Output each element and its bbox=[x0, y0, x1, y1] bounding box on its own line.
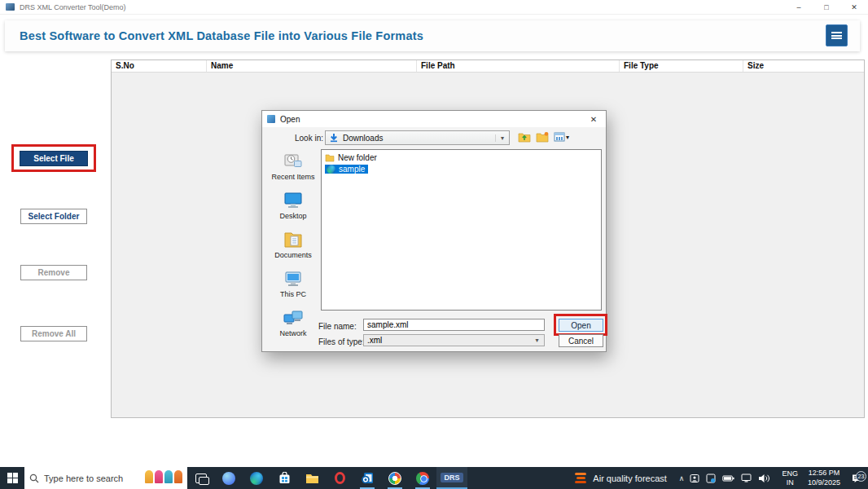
minimize-button[interactable]: – bbox=[785, 0, 813, 14]
status-tray-icon[interactable] bbox=[706, 474, 716, 483]
file-name-input[interactable] bbox=[363, 319, 545, 331]
remove-all-button[interactable]: Remove All bbox=[20, 326, 87, 341]
dialog-close-button[interactable]: ✕ bbox=[581, 111, 606, 127]
coat-teal-icon bbox=[164, 470, 173, 483]
selection-highlight: sample bbox=[325, 165, 368, 174]
place-this-pc[interactable]: This PC bbox=[280, 270, 306, 298]
taskbar-app-edge[interactable] bbox=[243, 467, 270, 489]
teams-tray-icon[interactable] bbox=[690, 474, 699, 483]
column-header-size[interactable]: Size bbox=[743, 60, 864, 72]
taskbar-app-store[interactable] bbox=[270, 467, 298, 489]
start-button[interactable] bbox=[0, 467, 24, 489]
desktop-icon bbox=[283, 192, 304, 210]
open-file-dialog: Open ✕ Look in: Downloads ▾ ▾ Recent Ite… bbox=[261, 110, 607, 352]
network-icon bbox=[283, 309, 304, 328]
places-sidebar: Recent Items Desktop Documents bbox=[267, 152, 319, 348]
speaker-tray-icon[interactable] bbox=[758, 474, 770, 483]
display-network-tray-icon[interactable] bbox=[741, 474, 752, 482]
system-tray bbox=[690, 474, 770, 483]
column-header-filetype[interactable]: File Type bbox=[620, 60, 743, 72]
task-view-button[interactable] bbox=[187, 467, 215, 489]
taskbar: Type here to search bbox=[0, 467, 868, 489]
window-titlebar: DRS XML Converter Tool(Demo) – □ ✕ bbox=[0, 0, 868, 15]
view-menu-icon bbox=[554, 132, 565, 142]
downloads-icon bbox=[329, 133, 339, 143]
place-label: Recent Items bbox=[271, 173, 314, 181]
file-item-sample-selected[interactable]: sample bbox=[325, 164, 601, 174]
files-of-type-label: Files of type: bbox=[318, 337, 365, 346]
select-folder-button[interactable]: Select Folder bbox=[20, 209, 87, 224]
weather-label: Air quality forecast bbox=[593, 474, 666, 483]
close-button[interactable]: ✕ bbox=[840, 0, 868, 14]
column-header-sno[interactable]: S.No bbox=[112, 60, 207, 72]
clock-date: 10/9/2025 bbox=[808, 478, 840, 487]
place-label: This PC bbox=[280, 290, 306, 298]
taskbar-app-file-explorer[interactable] bbox=[298, 467, 326, 489]
place-recent-items[interactable]: Recent Items bbox=[271, 152, 314, 181]
files-of-type-dropdown[interactable]: .xml ▾ bbox=[363, 334, 545, 346]
file-explorer-icon bbox=[305, 473, 319, 484]
place-label: Network bbox=[279, 329, 306, 337]
up-one-level-icon bbox=[518, 131, 531, 143]
taskbar-right-section: Air quality forecast ∧ ENG IN 12: bbox=[568, 467, 868, 489]
file-item-new-folder[interactable]: New folder bbox=[325, 152, 601, 163]
folder-icon bbox=[325, 153, 335, 162]
microsoft-store-icon bbox=[278, 472, 291, 484]
recent-items-icon bbox=[283, 152, 304, 171]
language-indicator[interactable]: ENG IN bbox=[782, 469, 798, 487]
place-desktop[interactable]: Desktop bbox=[279, 192, 306, 220]
select-file-button[interactable]: Select File bbox=[20, 151, 88, 166]
file-list[interactable]: New folder sample bbox=[321, 149, 602, 311]
language-line2: IN bbox=[782, 478, 798, 487]
app-icon bbox=[6, 3, 15, 11]
taskbar-app-outlook[interactable] bbox=[353, 467, 381, 489]
remove-button[interactable]: Remove bbox=[20, 265, 87, 280]
tray-chevron-up-icon[interactable]: ∧ bbox=[679, 474, 685, 482]
maximize-button[interactable]: □ bbox=[813, 0, 840, 14]
look-in-dropdown[interactable]: Downloads ▾ bbox=[325, 130, 510, 145]
cancel-button[interactable]: Cancel bbox=[559, 334, 603, 347]
look-in-label: Look in: bbox=[295, 134, 323, 143]
chevron-down-icon[interactable]: ▾ bbox=[495, 134, 509, 142]
column-header-name[interactable]: Name bbox=[207, 60, 417, 72]
place-documents[interactable]: Documents bbox=[274, 231, 312, 259]
chrome-icon bbox=[416, 472, 429, 485]
place-network[interactable]: Network bbox=[279, 309, 306, 337]
taskbar-app-copilot[interactable] bbox=[215, 467, 243, 489]
copilot-icon bbox=[222, 472, 235, 485]
view-menu-caret: ▾ bbox=[566, 134, 569, 141]
taskbar-app-opera[interactable] bbox=[326, 467, 353, 489]
this-pc-icon bbox=[283, 270, 304, 289]
view-menu-button[interactable]: ▾ bbox=[554, 132, 569, 142]
language-line1: ENG bbox=[782, 469, 798, 478]
hamburger-menu-icon bbox=[831, 32, 842, 39]
taskbar-search-input[interactable]: Type here to search bbox=[24, 467, 187, 489]
clock-time: 12:56 PM bbox=[808, 469, 840, 478]
hamburger-menu-button[interactable] bbox=[826, 24, 848, 46]
office-hub-icon bbox=[388, 472, 401, 485]
battery-tray-icon[interactable] bbox=[722, 474, 734, 482]
outlook-icon bbox=[361, 472, 374, 484]
documents-icon bbox=[283, 231, 304, 249]
open-button[interactable]: Open bbox=[559, 319, 603, 332]
place-label: Desktop bbox=[279, 212, 306, 220]
up-one-level-button[interactable] bbox=[518, 131, 531, 143]
coat-pink-icon bbox=[155, 470, 163, 483]
edge-icon bbox=[250, 472, 263, 485]
taskbar-clock[interactable]: 12:56 PM 10/9/2025 bbox=[808, 469, 840, 487]
opera-icon bbox=[335, 472, 345, 484]
dialog-titlebar: Open ✕ bbox=[262, 111, 606, 127]
look-in-value: Downloads bbox=[343, 134, 383, 143]
coat-orange-icon bbox=[174, 470, 182, 483]
air-quality-icon bbox=[575, 473, 586, 484]
taskbar-app-office-hub[interactable] bbox=[381, 467, 409, 489]
create-new-folder-button[interactable] bbox=[536, 131, 549, 143]
column-header-filepath[interactable]: File Path bbox=[417, 60, 620, 72]
taskbar-app-chrome[interactable] bbox=[409, 467, 436, 489]
files-of-type-value: .xml bbox=[367, 336, 382, 345]
notification-center-button[interactable]: 23 bbox=[845, 474, 868, 483]
weather-widget[interactable]: Air quality forecast bbox=[568, 473, 673, 484]
search-highlight-icons[interactable] bbox=[145, 470, 182, 486]
taskbar-app-drs-active[interactable]: DRS bbox=[436, 467, 467, 489]
window-title: DRS XML Converter Tool(Demo) bbox=[20, 3, 126, 11]
